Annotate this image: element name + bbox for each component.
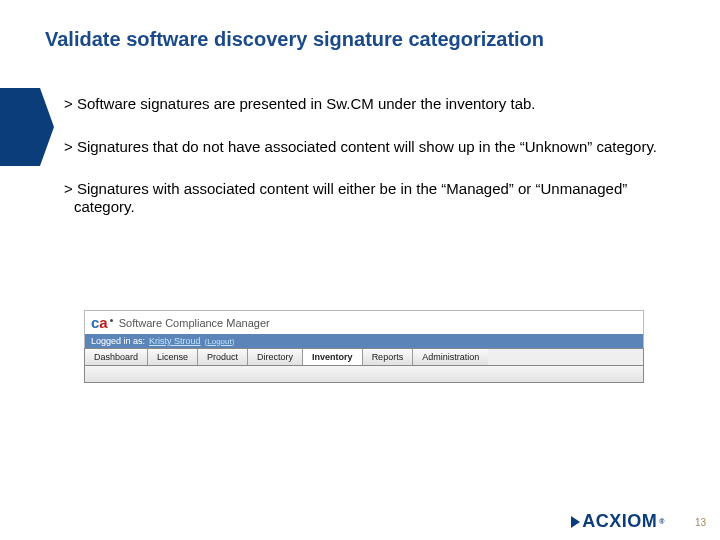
page-number: 13 [695,517,706,528]
chevron-decoration-icon [0,88,40,166]
login-bar: Logged in as: Kristy Stroud (Logout) [84,334,644,348]
bullet-item: > Signatures that do not have associated… [54,138,680,156]
logout-group: (Logout) [205,337,235,346]
tab-inventory[interactable]: Inventory [303,349,363,365]
bullet-text: Software signatures are presented in Sw.… [77,95,536,112]
brand-caret-icon [571,516,580,528]
tab-administration[interactable]: Administration [413,349,488,365]
tab-reports[interactable]: Reports [363,349,414,365]
tab-dashboard[interactable]: Dashboard [85,349,148,365]
tab-directory[interactable]: Directory [248,349,303,365]
bullet-text: Signatures that do not have associated c… [77,138,657,155]
product-name: Software Compliance Manager [119,317,270,329]
bullet-text: Signatures with associated content will … [74,180,627,215]
tab-license[interactable]: License [148,349,198,365]
sub-toolbar [84,366,644,383]
embedded-screenshot: ca Software Compliance Manager Logged in… [84,310,644,383]
slide: Validate software discovery signature ca… [0,0,720,540]
user-link[interactable]: Kristy Stroud [149,336,201,346]
bullet-chevron: > [64,180,73,197]
registered-icon: ® [659,518,665,525]
tab-bar: Dashboard License Product Directory Inve… [84,348,644,366]
ca-logo-text: ca [91,314,108,331]
footer-brand: ACXIOM ® [571,511,665,532]
ca-logo: ca [91,314,113,331]
logout-link[interactable]: Logout [207,337,231,346]
bullet-item: > Signatures with associated content wil… [54,180,680,215]
slide-title: Validate software discovery signature ca… [45,28,544,51]
login-label: Logged in as: [91,336,145,346]
app-header: ca Software Compliance Manager [84,310,644,334]
brand-name: ACXIOM [582,511,657,532]
bullet-item: > Software signatures are presented in S… [54,95,680,113]
dot-icon [110,319,113,322]
bullet-chevron: > [64,95,73,112]
tab-product[interactable]: Product [198,349,248,365]
body-text: > Software signatures are presented in S… [54,95,680,241]
bullet-chevron: > [64,138,73,155]
